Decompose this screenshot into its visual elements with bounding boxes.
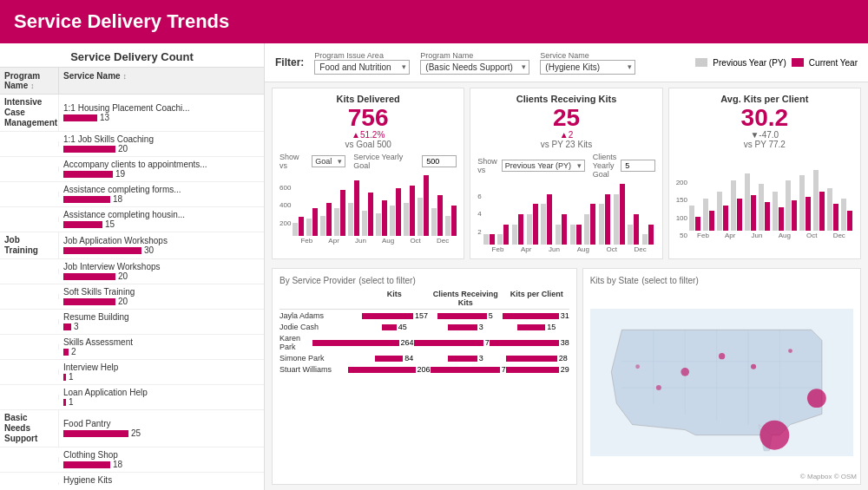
kits-bar-cy bbox=[382, 324, 397, 330]
provider-kits: 206 bbox=[348, 365, 431, 374]
prog-cell bbox=[0, 482, 59, 485]
bar-cy bbox=[518, 214, 523, 245]
bar-group bbox=[689, 206, 701, 231]
kpi-row: Kits Delivered 756 ▲51.2% vs Goal 500 Sh… bbox=[265, 82, 868, 265]
kpc-bar-cy bbox=[503, 313, 559, 319]
bar-py bbox=[445, 216, 450, 236]
sort-icon-svc[interactable]: ↕ bbox=[122, 72, 127, 81]
svc-cell: Interview Help 1 bbox=[59, 360, 264, 384]
provider-crc: 7 bbox=[414, 338, 490, 347]
provider-row[interactable]: Simone Park 84 3 28 bbox=[279, 354, 569, 363]
table-row[interactable]: Job Training Job Application Workshops 3… bbox=[0, 232, 264, 259]
table-row[interactable]: Loan Application Help 1 bbox=[0, 385, 264, 410]
bar-cy bbox=[410, 186, 415, 236]
filter-label: Filter: bbox=[275, 56, 304, 69]
bar-cy bbox=[620, 184, 625, 245]
bar-py bbox=[759, 184, 764, 231]
table-row[interactable]: Soft Skills Training 20 bbox=[0, 284, 264, 310]
col-program-name: Program Name ↕ bbox=[0, 68, 59, 94]
kpi-clients-vs: vs PY 23 Kits bbox=[477, 140, 654, 149]
bar-cy bbox=[490, 234, 495, 245]
map-credit: © Mapbox © OSM bbox=[800, 473, 857, 480]
kpi-clients-goal-input[interactable] bbox=[621, 160, 655, 172]
bar-group bbox=[717, 192, 729, 231]
provider-row[interactable]: Jayla Adams 157 5 31 bbox=[279, 311, 569, 320]
prog-cell bbox=[0, 294, 59, 299]
map-svg bbox=[590, 290, 853, 475]
bar-group bbox=[759, 184, 771, 231]
table-row[interactable]: Clothing Shop 18 bbox=[0, 448, 264, 473]
svc-cell: Accompany clients to appointments... 19 bbox=[59, 157, 264, 181]
legend-cy-label: Current Year bbox=[809, 58, 858, 68]
bar-py bbox=[527, 214, 532, 245]
filter-program-issue: Program Issue Area Food and Nutrition bbox=[314, 51, 410, 75]
prog-cell: Job Training bbox=[0, 232, 59, 258]
filter-sn-select[interactable]: (Hygiene Kits) bbox=[540, 60, 635, 75]
bar-py bbox=[628, 225, 633, 245]
kpi-clients: Clients Receiving Kits 25 ▲2 vs PY 23 Ki… bbox=[470, 88, 662, 259]
table-row[interactable]: Skills Assessment 2 bbox=[0, 335, 264, 360]
kpi-kits-show-vs-select[interactable]: Goal bbox=[312, 155, 345, 167]
map-bubble-small1 bbox=[681, 368, 689, 376]
prog-cell bbox=[0, 457, 59, 462]
bar-cy bbox=[396, 188, 401, 236]
table-row[interactable]: Assistance completing housin... 15 bbox=[0, 207, 264, 232]
bar-py bbox=[541, 204, 546, 245]
table-row[interactable]: Job Interview Workshops 20 bbox=[0, 259, 264, 284]
table-row[interactable]: Intensive Case Management 1:1 Housing Pl… bbox=[0, 95, 264, 132]
map-bubble-small2 bbox=[719, 353, 725, 359]
provider-kits: 157 bbox=[362, 311, 428, 320]
provider-row[interactable]: Karen Park 264 7 38 bbox=[279, 334, 569, 351]
page-title: Service Delivery Trends bbox=[14, 10, 229, 33]
table-body: Intensive Case Management 1:1 Housing Pl… bbox=[0, 95, 264, 485]
table-row[interactable]: Interview Help 1 bbox=[0, 360, 264, 385]
table-row[interactable]: Resume Building 3 bbox=[0, 310, 264, 335]
sort-icon-prog[interactable]: ↕ bbox=[30, 82, 35, 90]
clients-show-vs-label: Show vs bbox=[477, 157, 497, 174]
svc-cell: Resume Building 3 bbox=[59, 310, 264, 334]
provider-kpc: 28 bbox=[504, 354, 569, 363]
table-row[interactable]: Assistance completing forms... 18 bbox=[0, 182, 264, 207]
provider-kits: 84 bbox=[362, 354, 427, 363]
bar-cy bbox=[340, 190, 345, 236]
kpi-avg-vs: vs PY 77.2 bbox=[676, 140, 853, 149]
bar-group bbox=[570, 225, 583, 245]
bar-group bbox=[614, 184, 627, 245]
table-row[interactable]: Accompany clients to appointments... 19 bbox=[0, 157, 264, 182]
bar-group bbox=[431, 195, 444, 236]
bar-py bbox=[813, 170, 819, 231]
table-header: Program Name ↕ Service Name ↕ bbox=[0, 67, 264, 95]
kpi-clients-goal-label: Clients Yearly Goal bbox=[593, 153, 617, 179]
kpi-clients-title: Clients Receiving Kits bbox=[477, 94, 654, 104]
table-row[interactable]: Hygiene Kits 15 bbox=[0, 473, 264, 485]
kpi-kits-axis: FebAprJunAugOctDec bbox=[293, 237, 457, 245]
bar-py bbox=[362, 211, 367, 236]
kpi-clients-show-vs-select[interactable]: Previous Year (PY) bbox=[502, 160, 585, 172]
table-row[interactable]: Basic Needs Support Food Pantry 25 bbox=[0, 410, 264, 448]
prog-cell bbox=[0, 167, 59, 172]
bar-cy bbox=[765, 202, 770, 231]
svc-cell: Hygiene Kits 15 bbox=[59, 473, 264, 485]
table-row[interactable]: 1:1 Job Skills Coaching 20 bbox=[0, 132, 264, 157]
page-header: Service Delivery Trends bbox=[0, 0, 868, 43]
bar-group bbox=[306, 208, 319, 236]
provider-name: Simone Park bbox=[279, 354, 362, 363]
kpi-avg-change: ▼-47.0 bbox=[676, 130, 853, 140]
crc-bar-cy bbox=[431, 367, 500, 373]
provider-row[interactable]: Jodie Cash 45 3 15 bbox=[279, 323, 569, 331]
map-bubble-large bbox=[760, 421, 789, 450]
filter-pn-select[interactable]: (Basic Needs Support) bbox=[420, 60, 529, 75]
bar-group bbox=[348, 180, 360, 236]
provider-crc: 5 bbox=[428, 311, 503, 320]
bar-cy bbox=[806, 197, 811, 231]
bar-group bbox=[483, 234, 496, 245]
bar-group bbox=[703, 199, 715, 231]
svc-cell: Assistance completing forms... 18 bbox=[59, 182, 264, 206]
bar-py bbox=[320, 216, 326, 236]
kpi-kits-goal-input[interactable] bbox=[422, 155, 457, 167]
provider-row[interactable]: Stuart Williams 206 7 29 bbox=[279, 365, 569, 374]
bar-group bbox=[556, 214, 569, 245]
filter-pia-select[interactable]: Food and Nutrition bbox=[314, 60, 410, 75]
svc-cell: Job Application Workshops 30 bbox=[59, 233, 264, 258]
filter-pia-label: Program Issue Area bbox=[314, 51, 410, 60]
